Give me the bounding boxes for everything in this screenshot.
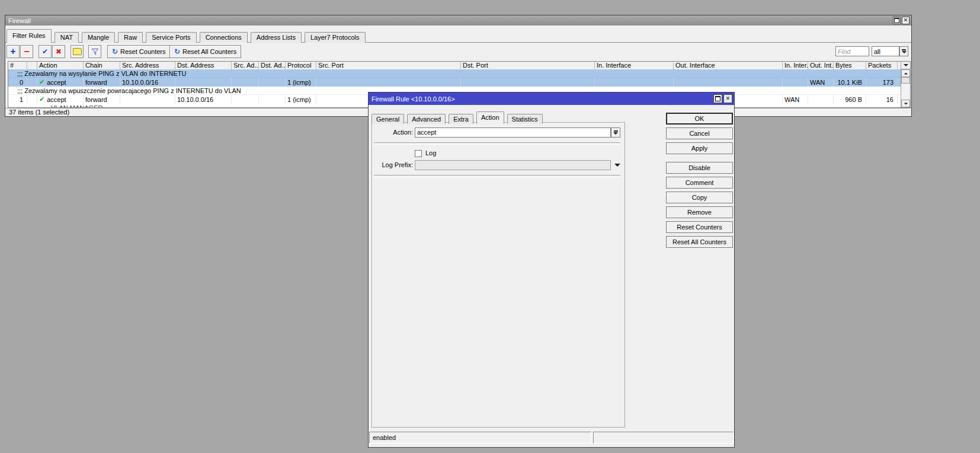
reset-counters-icon: ↻ <box>174 48 180 55</box>
comment-button[interactable]: Comment <box>666 177 733 189</box>
rule-comment: ;;; Zezwalamy na wysylanie PING z VLAN d… <box>17 69 186 77</box>
close-button[interactable]: ✕ <box>902 17 909 24</box>
column-header-flags[interactable] <box>27 62 37 69</box>
scroll-down-button[interactable] <box>901 100 910 107</box>
column-header-number[interactable]: # <box>8 62 27 69</box>
copy-button[interactable]: Copy <box>666 192 733 203</box>
filter-all-dropdown-button[interactable] <box>899 46 908 56</box>
disable-button[interactable]: Disable <box>666 162 733 174</box>
column-header-protocol[interactable]: Protocol <box>286 62 316 69</box>
ok-button[interactable]: OK <box>666 113 733 125</box>
enable-icon: ✔ <box>42 48 48 55</box>
comment-note-icon <box>73 48 82 55</box>
tab-advanced[interactable]: Advanced <box>407 114 446 124</box>
reset-all-counters-button[interactable]: Reset All Counters <box>666 236 733 248</box>
column-header-dst-address-list[interactable]: Dst. Ad... <box>259 62 286 69</box>
remove-rule-button[interactable]: − <box>20 45 33 58</box>
window-title: Firewall <box>8 17 892 24</box>
form-separator <box>374 175 620 177</box>
rule-in-interface-list <box>783 78 808 87</box>
log-prefix-field-label: Log Prefix: <box>371 160 413 170</box>
scroll-up-button[interactable] <box>901 69 910 77</box>
column-header-in-interface[interactable]: In. Interface <box>595 62 674 69</box>
desktop: Firewall ✕ Filter Rules NAT Mangle Raw S… <box>0 0 980 453</box>
close-icon: ✕ <box>904 18 908 23</box>
tab-extra[interactable]: Extra <box>449 114 473 124</box>
tab-service-ports[interactable]: Service Ports <box>146 32 196 43</box>
dropdown-icon <box>902 49 906 50</box>
tab-filter-rules[interactable]: Filter Rules <box>7 29 52 43</box>
filter-button[interactable] <box>88 45 101 58</box>
reset-counters-button[interactable]: ↻ Reset Counters <box>107 45 171 58</box>
column-header-out-interface-list[interactable]: Out. Int... <box>808 62 834 69</box>
enable-rule-button[interactable]: ✔ <box>39 45 52 58</box>
dialog-button-column: OK Cancel Apply Disable Comment Copy Rem… <box>666 113 733 251</box>
column-select-icon <box>904 64 908 66</box>
column-header-dst-address[interactable]: Dst. Address <box>175 62 232 69</box>
column-header-in-interface-list[interactable]: In. Inter... <box>783 62 808 69</box>
reset-counters-button[interactable]: Reset Counters <box>666 221 733 233</box>
form-separator <box>374 142 620 145</box>
tab-raw[interactable]: Raw <box>118 32 143 43</box>
rule-src-address <box>120 95 175 104</box>
rule-packets: 16 <box>866 95 898 104</box>
tab-mangle[interactable]: Mangle <box>82 32 115 43</box>
dropdown-icon <box>614 130 618 132</box>
column-header-out-interface[interactable]: Out. Interface <box>674 62 783 69</box>
firewall-titlebar[interactable]: Firewall ✕ <box>5 15 911 25</box>
dialog-close-button[interactable]: ✕ <box>723 94 732 103</box>
tab-general[interactable]: General <box>371 114 404 124</box>
table-row-rule-0[interactable]: 0 ✔accept forward 10.10.0.0/16 1 (icmp) … <box>8 78 902 87</box>
scrollbar-thumb[interactable] <box>901 77 910 84</box>
column-header-action[interactable]: Action <box>37 62 84 69</box>
tab-nat[interactable]: NAT <box>55 32 79 43</box>
rule-status-secondary <box>593 432 734 444</box>
log-checkbox[interactable] <box>415 150 422 157</box>
tab-statistics[interactable]: Statistics <box>507 114 543 124</box>
add-rule-button[interactable]: + <box>7 45 20 58</box>
remove-button[interactable]: Remove <box>666 206 733 218</box>
dialog-titlebar[interactable]: Firewall Rule <10.10.0.0/16> ✕ <box>369 92 734 105</box>
dialog-maximize-button[interactable] <box>713 94 722 103</box>
action-select[interactable]: accept <box>415 127 611 138</box>
column-select-button[interactable] <box>901 62 910 69</box>
rule-action-cell: ✔accept <box>37 95 84 104</box>
rule-bytes: 10.1 KiB <box>834 78 866 87</box>
rule-chain: forward <box>84 95 120 104</box>
table-vertical-scrollbar[interactable] <box>901 69 910 107</box>
column-header-packets[interactable]: Packets <box>866 62 898 69</box>
column-header-src-address[interactable]: Src. Address <box>120 62 175 69</box>
column-header-src-address-list[interactable]: Src. Ad... <box>232 62 259 69</box>
column-header-dst-port[interactable]: Dst. Port <box>461 62 595 69</box>
rule-protocol: 1 (icmp) <box>286 95 316 104</box>
log-prefix-input[interactable] <box>415 160 611 170</box>
log-checkbox-label: Log <box>425 149 436 157</box>
column-header-chain[interactable]: Chain <box>84 62 120 69</box>
reset-all-counters-button[interactable]: ↻ Reset All Counters <box>169 45 241 58</box>
tab-action[interactable]: Action <box>476 111 504 124</box>
rule-action: accept <box>47 96 66 103</box>
comment-rule-button[interactable] <box>71 45 84 58</box>
disable-rule-button[interactable]: ✖ <box>52 45 65 58</box>
rule-out-interface-list: WAN <box>808 78 834 87</box>
rule-src-address: 10.10.0.0/16 <box>120 78 175 87</box>
tab-layer7-protocols[interactable]: Layer7 Protocols <box>305 32 366 43</box>
filter-all-select[interactable]: all <box>872 46 899 56</box>
rule-comment-clipped: VLAN MANAGER <box>51 104 103 107</box>
window-controls: ✕ <box>892 17 911 24</box>
apply-button[interactable]: Apply <box>666 142 733 154</box>
find-input[interactable] <box>835 46 869 56</box>
maximize-button[interactable] <box>893 17 901 24</box>
table-row-comment-0[interactable]: ;;; Zezwalamy na wysylanie PING z VLAN d… <box>8 69 902 78</box>
log-prefix-dropdown-icon[interactable] <box>614 164 620 167</box>
column-header-bytes[interactable]: Bytes <box>834 62 866 69</box>
column-header-src-port[interactable]: Src. Port <box>316 62 461 69</box>
cancel-button[interactable]: Cancel <box>666 127 733 139</box>
rule-number: 0 <box>8 78 27 87</box>
tab-address-lists[interactable]: Address Lists <box>251 32 302 43</box>
accept-icon: ✔ <box>39 79 44 85</box>
rule-dst-address: 10.10.0.0/16 <box>175 95 232 104</box>
tab-connections[interactable]: Connections <box>200 32 248 43</box>
firewall-tabstrip: Filter Rules NAT Mangle Raw Service Port… <box>7 29 911 43</box>
action-dropdown-button[interactable] <box>611 127 620 138</box>
